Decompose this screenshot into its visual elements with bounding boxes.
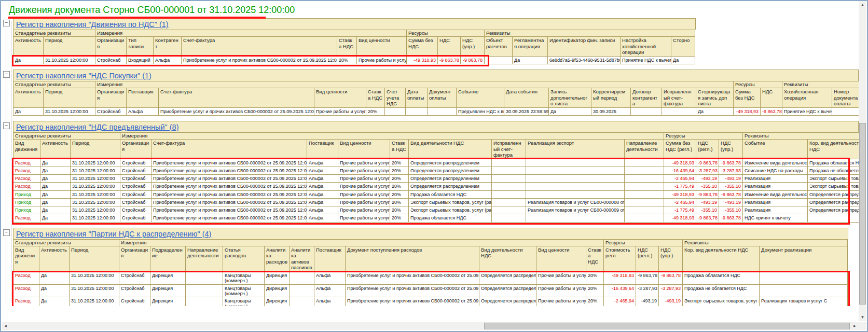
report-content-area: Движения документа Сторно СБ00-000001 от…	[2, 1, 859, 306]
column-header: Активность	[13, 37, 44, 57]
cell: -9 863,78	[636, 272, 659, 285]
cell: Определяется распределением	[479, 272, 536, 285]
column-header: Ставка НДС	[337, 37, 357, 57]
cell: Альфа	[314, 297, 346, 306]
column-header: Корректируемый период	[591, 88, 631, 107]
register-title-bar: Регистр накопления "Партии НДС к распред…	[13, 228, 848, 239]
cell	[485, 56, 513, 64]
cell: Определяется распределением	[808, 206, 859, 214]
column-header: Период	[44, 88, 95, 107]
cell: Дирекция	[265, 297, 290, 306]
cell: Альфа	[307, 198, 338, 206]
cell: Стройснаб	[120, 206, 151, 214]
cell: Расход	[13, 297, 39, 306]
horizontal-scrollbar[interactable]: ◄ ►	[2, 322, 859, 330]
scroll-right-icon[interactable]: ►	[851, 322, 859, 330]
column-header: Контрагент	[154, 37, 182, 57]
cell: Да	[13, 107, 44, 115]
grouping-tree-line	[11, 21, 11, 303]
cell: Дирекция	[150, 297, 186, 306]
cell: Приход	[13, 206, 40, 214]
scroll-down-icon[interactable]: ▼	[859, 313, 866, 321]
column-header: Вид ценности	[314, 88, 366, 107]
cell: Да	[40, 159, 71, 167]
register-section-3: −Регистр накопления "НДС предъявленный" …	[2, 121, 859, 223]
cell: 31.10.2025 12:00:00	[71, 175, 120, 183]
column-header: Объект расчетов	[485, 37, 513, 57]
cell	[662, 107, 696, 115]
cell: 31.10.2025 12:00:00	[71, 214, 120, 222]
cell: 31.10.2025 12:00:00	[70, 272, 119, 285]
column-header: Вид движения	[13, 139, 40, 159]
column-header: Регламентная операция	[513, 37, 548, 57]
column-header: НДС (упр.)	[659, 246, 683, 271]
cell: Приобретение услуг и прочих активов СБ00…	[151, 190, 307, 198]
column-header: Ставка НДС	[390, 139, 409, 159]
column-header: Хозяйственная операция	[782, 88, 832, 107]
cell: -2 465,94	[664, 175, 696, 183]
cell: -9 863,78	[696, 159, 719, 167]
cell: Да	[549, 107, 591, 115]
column-header: Тип записи	[127, 37, 154, 57]
column-header: Сумма без НДС	[734, 88, 761, 107]
column-header: Вид деятельности НДС	[479, 246, 536, 271]
cell: Реализация	[743, 183, 808, 190]
register-title-link[interactable]: Регистр накопления "Движения по НДС" (1)	[16, 20, 169, 29]
cell: 31.10.2025 12:00:00	[71, 198, 120, 206]
cell: Стройснаб	[95, 56, 127, 64]
scroll-left-icon[interactable]: ◄	[2, 322, 9, 330]
cell: -49 318,93	[664, 190, 696, 198]
cell: -1 775,49	[664, 183, 696, 190]
cell: -493,19	[636, 297, 659, 306]
cell: -49 318,93	[734, 107, 761, 115]
cell	[492, 214, 526, 222]
column-group-header: Ресурсы	[664, 132, 743, 139]
cell: Стройснаб	[120, 159, 151, 167]
column-header: Номер документа оплаты	[832, 88, 859, 107]
cell: Дирекция	[150, 284, 186, 297]
collapse-expander-icon[interactable]: −	[3, 229, 10, 236]
table-row: ПриходДа31.10.2025 12:00:00СтройснабПрио…	[13, 206, 859, 214]
cell	[492, 206, 526, 214]
collapse-expander-icon[interactable]: −	[3, 122, 10, 129]
vertical-scrollbar-thumb[interactable]	[859, 123, 866, 305]
column-group-header: Измерения	[95, 81, 734, 88]
cell: Экспорт сырьевых товаров, услуг (работ)	[683, 297, 760, 306]
column-header: Документ оплаты	[428, 88, 457, 107]
scroll-up-icon[interactable]: ▲	[859, 1, 866, 9]
collapse-expander-icon[interactable]: −	[3, 71, 10, 78]
column-header: Организация	[120, 139, 151, 159]
cell: -9 863,78	[461, 56, 485, 64]
cell: Прочие работы и услуги	[357, 56, 407, 64]
column-group-header: Измерения	[119, 239, 604, 246]
column-header: Аналитика расходов	[265, 246, 290, 271]
cell: Списание НДС на расходы	[743, 167, 808, 174]
horizontal-scrollbar-thumb[interactable]	[484, 323, 850, 329]
cell	[625, 206, 664, 214]
cell	[625, 190, 664, 198]
column-header: Статья расходов	[223, 246, 265, 271]
register-title-link[interactable]: Регистр накопления "НДС предъявленный" (…	[16, 123, 178, 131]
cell: -3 287,93	[719, 167, 743, 174]
cell: Канцтовары (коммерч.)	[223, 272, 265, 285]
cell	[526, 214, 625, 222]
cell: Альфа	[307, 167, 338, 174]
cell: Да	[40, 190, 71, 198]
cell: -3 287,93	[636, 284, 659, 297]
table-row: РасходДа31.10.2025 12:00:00СтройснабДире…	[13, 297, 848, 306]
cell: -493,19	[696, 175, 719, 183]
cell: 20%	[390, 175, 409, 183]
column-header: Идентификатор фин. записи	[548, 37, 621, 57]
register-title-link[interactable]: Регистр накопления "Партии НДС к распред…	[16, 230, 211, 238]
collapse-expander-icon[interactable]: −	[3, 20, 10, 26]
register-table: Стандартные реквизитыИзмеренияРесурсыРек…	[13, 81, 859, 116]
vertical-scrollbar[interactable]: ▲ ▼	[859, 1, 866, 321]
cell: Стройснаб	[120, 190, 151, 198]
register-section-2: −Регистр накопления "НДС Покупки" (1)Ста…	[2, 70, 859, 116]
register-title-link[interactable]: Регистр накопления "НДС Покупки" (1)	[16, 72, 151, 80]
cell	[625, 183, 664, 190]
cell: 20%	[390, 167, 409, 174]
cell	[428, 107, 457, 115]
cell: Приобретение услуг и прочих активов СБ00…	[151, 206, 307, 214]
cell: Альфа	[307, 190, 338, 198]
